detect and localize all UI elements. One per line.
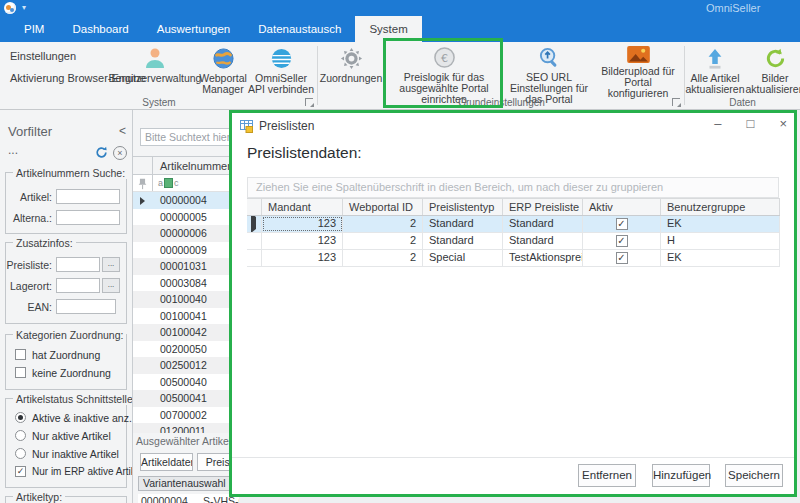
dialog-title: Preislisten <box>259 119 314 133</box>
search-input[interactable] <box>140 128 237 146</box>
dialog-heading: Preislistendaten: <box>247 144 362 162</box>
tab-datenaustausch[interactable]: Datenaustausch <box>244 16 355 42</box>
column-webportal-id[interactable]: Webportal ID <box>343 199 423 215</box>
column-mandant[interactable]: Mandant <box>262 199 343 215</box>
column-aktiv[interactable]: Aktiv <box>583 199 661 215</box>
preisliste-input[interactable] <box>56 257 100 272</box>
bilderupload-button[interactable]: Bilderupload für Portal konfigurieren <box>596 44 680 96</box>
seo-url-einstellungen-button[interactable]: SEO URL Einstellungen für das Portal <box>505 44 593 96</box>
group-artikelstatus: Artikelstatus Schnittstelle: Aktive & in… <box>5 398 127 488</box>
column-preislistentyp[interactable]: Preislistentyp <box>423 199 503 215</box>
article-row[interactable]: 00001031 <box>133 258 239 275</box>
article-row[interactable]: 00500041 <box>133 390 239 407</box>
application-window: ▾ OmniSeller PIM Dashboard Auswertungen … <box>0 0 800 503</box>
maximize-button[interactable]: □ <box>747 116 755 131</box>
artikel-input[interactable] <box>56 189 120 204</box>
tab-system[interactable]: System <box>355 16 421 42</box>
article-row[interactable]: 00000005 <box>133 209 239 226</box>
variantenauswahl-header: Variantenauswahl <box>138 476 239 491</box>
column-erp-preisliste[interactable]: ERP Preisliste <box>503 199 583 215</box>
variant-row[interactable]: 00000004 S-VHS-C <box>138 494 239 503</box>
radio-aktive-inaktive[interactable] <box>15 412 26 423</box>
speichern-button[interactable]: Speichern <box>725 464 783 487</box>
aktiv-checkbox[interactable] <box>616 252 628 264</box>
article-row[interactable]: 00500040 <box>133 374 239 391</box>
tab-auswertungen[interactable]: Auswertungen <box>143 16 245 42</box>
ribbon-group-daten: Alle Artikel aktualisieren Bilder aktual… <box>685 42 800 109</box>
group-label-grundeinstellungen: Grundeinstellungen <box>318 97 685 108</box>
user-icon <box>143 46 167 70</box>
close-button[interactable]: × <box>779 116 787 131</box>
grid-row[interactable]: 123 2 Standard Standard H <box>247 233 780 250</box>
entfernen-button[interactable]: Entfernen <box>578 464 636 487</box>
alternativ-label: Alterna.: <box>6 212 52 224</box>
column-benutzergruppe[interactable]: Benutzergruppe <box>661 199 780 215</box>
radio-nur-aktive[interactable] <box>15 430 26 441</box>
article-row[interactable]: 00100040 <box>133 291 239 308</box>
article-row[interactable]: 00003084 <box>133 275 239 292</box>
minimize-button[interactable]: – <box>714 116 721 131</box>
keine-zuordnung-checkbox[interactable] <box>15 367 26 378</box>
row-indicator <box>251 216 256 232</box>
clear-filter-icon[interactable]: × <box>113 146 127 160</box>
group-legend: Zusatzinfos: <box>13 237 76 249</box>
article-row-selected[interactable]: 00000004 <box>133 192 239 209</box>
group-legend: Artikeltyp: <box>13 491 65 503</box>
article-row[interactable]: 01200011 <box>133 423 239 433</box>
preisliste-browse-button[interactable]: ... <box>102 257 120 272</box>
api-globe-icon <box>270 46 293 70</box>
refresh-icon[interactable] <box>95 146 108 161</box>
gear-icon <box>340 46 363 70</box>
globe-icon <box>212 46 235 70</box>
alle-artikel-aktualisieren-button[interactable]: Alle Artikel aktualisieren <box>686 44 744 96</box>
article-row[interactable]: 00200050 <box>133 341 239 358</box>
article-row[interactable]: 00100041 <box>133 308 239 325</box>
article-row[interactable]: 00250012 <box>133 357 239 374</box>
lagerort-input[interactable] <box>56 278 100 293</box>
grid-row[interactable]: 123 2 Special TestAktionspreislist EK <box>247 250 780 267</box>
panel-title: Vorfilter <box>8 124 52 139</box>
aktiv-checkbox[interactable] <box>616 218 628 230</box>
app-icon[interactable] <box>4 2 16 14</box>
alternativ-input[interactable] <box>56 210 120 225</box>
einstellungen-button[interactable]: Einstellungen <box>6 48 80 64</box>
zuordnungen-button[interactable]: Zuordnungen <box>320 44 382 96</box>
tab-pim[interactable]: PIM <box>10 16 58 42</box>
collapse-chevron-icon[interactable]: < <box>119 124 126 138</box>
column-artikelnummer[interactable]: Artikelnummer <box>160 160 231 172</box>
upload-arrow-icon <box>704 46 726 70</box>
lagerort-browse-button[interactable]: ... <box>102 278 120 293</box>
hinzufuegen-button[interactable]: Hinzufügen <box>652 464 710 487</box>
benutzerverwaltung-button[interactable]: Benutzerverwaltung <box>114 44 196 96</box>
dialog-launcher-icon[interactable] <box>672 98 680 106</box>
window-title: OmniSeller <box>706 2 760 14</box>
aktiv-checkbox[interactable] <box>616 235 628 247</box>
hat-zuordnung-checkbox[interactable] <box>15 349 26 360</box>
bilder-aktualisieren-button[interactable]: Bilder aktualisieren <box>746 44 800 96</box>
quick-access-caret-icon[interactable]: ▾ <box>22 3 26 12</box>
ean-input[interactable] <box>56 299 116 314</box>
ribbon: Einstellungen Aktivierung Browser-Engine… <box>0 42 800 110</box>
webportal-manager-button[interactable]: Webportal Manager <box>198 44 248 96</box>
grid-header-row: Mandant Webportal ID Preislistentyp ERP … <box>247 198 780 216</box>
article-row[interactable]: 00000009 <box>133 242 239 259</box>
tab-dashboard[interactable]: Dashboard <box>58 16 142 42</box>
auto-filter-row[interactable]: ac <box>133 175 239 192</box>
grid-row-selected[interactable]: 123 2 Standard Standard EK <box>247 216 780 233</box>
erp-aktive-checkbox[interactable] <box>15 466 26 477</box>
preislogik-button[interactable]: € Preislogik für das ausgewählte Portal … <box>386 44 502 96</box>
tab-artikeldaten[interactable]: Artikeldaten <box>140 453 193 471</box>
article-list-panel: Artikelnummer ac 00000004 00000005 00000… <box>133 110 239 503</box>
radio-nur-inaktive[interactable] <box>15 448 26 459</box>
group-zusatzinfos: Zusatzinfos: Preisliste: ... Lagerort: .… <box>5 242 127 324</box>
group-by-panel[interactable]: Ziehen Sie eine Spaltenüberschrift in di… <box>247 177 779 198</box>
dialog-launcher-icon[interactable] <box>305 98 313 106</box>
article-row[interactable]: 00700002 <box>133 407 239 424</box>
article-row[interactable]: 00000006 <box>133 225 239 242</box>
title-bar: ▾ OmniSeller <box>0 0 800 16</box>
dialog-title-bar[interactable]: Preislisten – □ × <box>232 113 794 139</box>
group-legend: Artikelnummern Suche: <box>13 167 128 179</box>
article-grid-header[interactable]: Artikelnummer <box>133 156 239 175</box>
article-row[interactable]: 00100042 <box>133 324 239 341</box>
omniseller-api-verbinden-button[interactable]: OmniSeller API verbinden <box>248 44 314 96</box>
